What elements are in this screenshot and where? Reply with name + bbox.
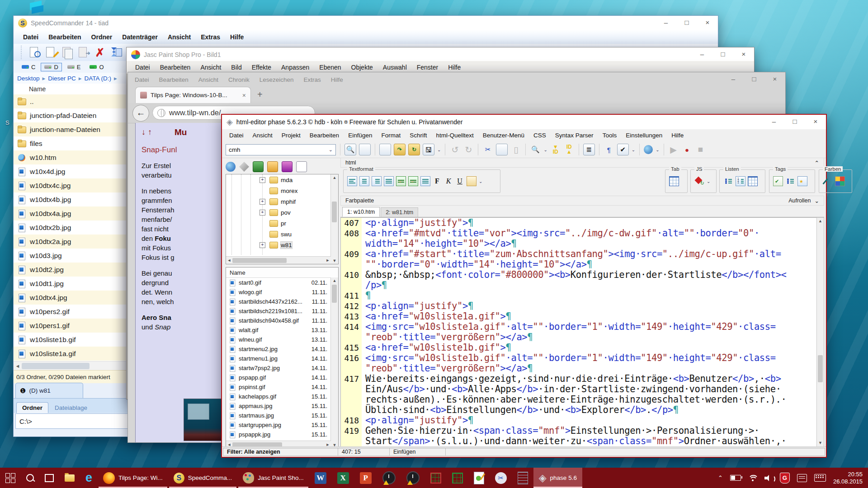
paste-button[interactable]: [496, 144, 508, 155]
clock-app-button-2[interactable]: [401, 468, 425, 488]
save-button[interactable]: 🖫: [423, 144, 434, 155]
pilcrow-toggle[interactable]: ¶: [604, 144, 614, 155]
preview-button[interactable]: 🔍: [344, 144, 356, 155]
drive-tab-C[interactable]: C: [18, 63, 39, 71]
list-vscrollbar[interactable]: ▲▼: [330, 277, 338, 448]
list-table-icon[interactable]: [748, 176, 758, 186]
expander-icon[interactable]: +: [259, 242, 265, 248]
js-dropdown[interactable]: ⌄: [707, 179, 710, 184]
list-item[interactable]: startw7psp2.jpg14.11.: [226, 363, 338, 373]
excel-button[interactable]: X: [332, 468, 354, 488]
tree-item-pr[interactable]: pr: [226, 218, 338, 229]
tray-expand-icon[interactable]: ⌃: [718, 474, 723, 481]
tag-star-icon[interactable]: [797, 176, 807, 186]
palette-icon[interactable]: [835, 176, 845, 186]
close-button[interactable]: ×: [733, 47, 754, 62]
menu-item[interactable]: Benutzer-Menü: [478, 132, 529, 139]
bold-button[interactable]: F: [433, 176, 442, 186]
move-button[interactable]: ➜: [78, 47, 90, 58]
speedcommander-titlebar[interactable]: S SpeedCommander 14 - tiad – □ ×: [14, 16, 718, 30]
maximize-button[interactable]: □: [712, 47, 733, 62]
align-justify-icon[interactable]: [384, 176, 394, 186]
word-button[interactable]: W: [309, 468, 332, 488]
clock-app-button-1[interactable]: [377, 468, 401, 488]
taskbar-psp-button[interactable]: Jasc Paint Sho...: [237, 468, 309, 488]
id-down-icon[interactable]: ▼ID: [550, 144, 561, 155]
minimize-button[interactable]: –: [692, 47, 712, 62]
paragraph-indent-icon[interactable]: [420, 176, 430, 186]
menu-item[interactable]: Hilfe: [225, 33, 249, 41]
delete-button[interactable]: ✗: [94, 47, 106, 58]
menu-item[interactable]: Extras: [298, 76, 326, 83]
snipping-button[interactable]: ✂: [490, 468, 512, 488]
duplicate-button[interactable]: [359, 144, 371, 155]
close-button[interactable]: ×: [805, 115, 826, 129]
notes-icon[interactable]: [296, 161, 307, 172]
numbered-list-icon[interactable]: [736, 176, 745, 186]
tree-item-mda[interactable]: +mda: [226, 174, 338, 185]
menu-item[interactable]: Bearbeiten: [154, 76, 193, 83]
edge-button[interactable]: e: [80, 468, 98, 488]
record-macro-button[interactable]: ●: [682, 144, 693, 155]
js-icon[interactable]: [694, 176, 704, 186]
start-button[interactable]: [0, 468, 21, 488]
play-macro-button[interactable]: ▶: [668, 144, 679, 155]
tree-item-w81[interactable]: +w81: [226, 239, 338, 250]
grid-app-button-2[interactable]: cm: [447, 468, 468, 488]
expander-icon[interactable]: +: [259, 210, 265, 216]
farbpalette-bar[interactable]: Farbpalette Aufrollen⌄: [340, 196, 824, 206]
list-item[interactable]: startmenu1.jpg14.11.: [226, 354, 338, 363]
list-item[interactable]: pspinst.gif14.11.: [226, 382, 338, 392]
doc-tab-active[interactable]: 1: w10.htm: [342, 207, 380, 217]
refresh-folder-icon[interactable]: [267, 161, 278, 172]
tag-check-icon[interactable]: [773, 176, 783, 186]
list-item[interactable]: pspappk.jpg15.11.: [226, 430, 338, 439]
breadcrumb-item[interactable]: DATA (D:): [85, 75, 112, 82]
menu-item[interactable]: Extras: [196, 33, 225, 41]
list-item[interactable]: startmaus.jpg15.11.: [226, 411, 338, 420]
cut-button[interactable]: ✂: [482, 144, 493, 155]
browser-dropdown[interactable]: ⌄: [656, 147, 659, 152]
code-editor[interactable]: 407<p·align="justify">¶408<a·href="#mtvd…: [340, 217, 824, 447]
list-item[interactable]: wlalt.gif13.11.: [226, 325, 338, 335]
menu-item[interactable]: Objekte: [346, 64, 378, 71]
menu-item[interactable]: Schrift: [405, 132, 431, 139]
menu-item[interactable]: Syntax Parser: [551, 132, 598, 139]
scrollbar-thumb[interactable]: [22, 363, 90, 369]
save-dropdown[interactable]: ⌄: [437, 147, 441, 152]
search-button[interactable]: [21, 468, 39, 488]
menu-item[interactable]: Format: [377, 132, 405, 139]
code-vscrollbar[interactable]: ▲▼: [816, 217, 824, 447]
maximize-button[interactable]: □: [744, 72, 764, 87]
menu-item[interactable]: Projekt: [277, 132, 305, 139]
list-item[interactable]: wlogo.gif11.11.: [226, 287, 338, 297]
form-dropdown[interactable]: ⌄: [479, 179, 482, 184]
menu-item[interactable]: Fenster: [412, 64, 443, 71]
notepad-button[interactable]: [512, 468, 533, 488]
expander-icon[interactable]: +: [259, 199, 265, 205]
redo-button[interactable]: ↻: [463, 144, 474, 155]
file-explorer-button[interactable]: [59, 468, 80, 488]
menu-item[interactable]: html-Quelltext: [431, 132, 478, 139]
indent-more-icon[interactable]: [396, 176, 406, 186]
menu-item[interactable]: Einfügen: [344, 132, 377, 139]
back-button[interactable]: ←: [132, 105, 149, 122]
psp-titlebar[interactable]: Jasc Paint Shop Pro - Bild1 – □ ×: [127, 47, 754, 62]
phase-titlebar[interactable]: ◈ html-editor phase 5.6.2.3 © hdb - köln…: [222, 115, 826, 129]
menu-item[interactable]: Bild: [226, 64, 246, 71]
reopen-button[interactable]: ↻: [408, 144, 420, 155]
drive-tab-O[interactable]: O: [86, 63, 107, 71]
browser-tab[interactable]: Tilps Page: Windows-10-B... ×: [135, 87, 251, 103]
indent-less-icon[interactable]: [408, 176, 418, 186]
breadcrumb-item[interactable]: Desktop: [17, 75, 40, 82]
task-view-button[interactable]: [39, 468, 59, 488]
gdata-shield-icon[interactable]: G: [780, 473, 790, 483]
menu-item[interactable]: Einstellungen: [621, 132, 667, 139]
drive-tab-D[interactable]: D: [41, 63, 61, 71]
minimize-button[interactable]: –: [764, 115, 784, 129]
list-item[interactable]: pspapp.gif14.11.: [226, 373, 338, 382]
color-picker-icon[interactable]: [823, 176, 833, 186]
touch-keyboard-icon[interactable]: [814, 474, 826, 482]
html-panel-header[interactable]: html ⌃: [340, 158, 824, 168]
tag-list-icon[interactable]: [785, 176, 795, 186]
